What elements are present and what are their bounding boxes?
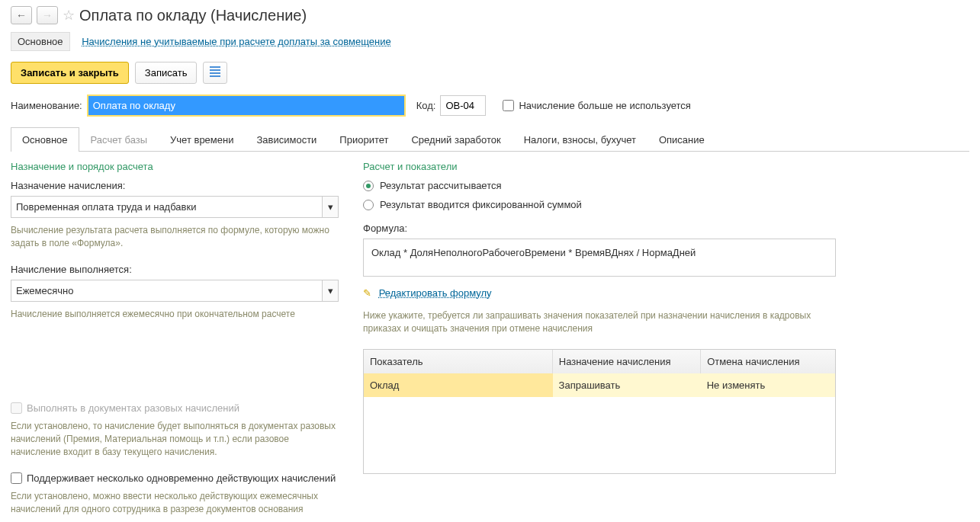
tab-avg[interactable]: Средний заработок — [400, 127, 512, 152]
name-label: Наименование: — [11, 100, 82, 111]
radio-fixed[interactable] — [363, 200, 374, 210]
dropdown-icon[interactable]: ▾ — [322, 280, 339, 302]
table-hint: Ниже укажите, требуется ли запрашивать з… — [363, 309, 836, 335]
exec-label: Начисление выполняется: — [11, 264, 339, 275]
name-input[interactable] — [87, 94, 406, 117]
tab-time[interactable]: Учет времени — [159, 127, 245, 152]
exec-hint: Начисление выполняется ежемесячно при ок… — [11, 308, 339, 321]
cell-cancel: Не изменять — [701, 373, 835, 397]
tab-priority[interactable]: Приоритет — [328, 127, 400, 152]
star-icon[interactable]: ☆ — [63, 7, 75, 24]
th-indicator: Показатель — [364, 350, 553, 373]
right-section-title: Расчет и показатели — [363, 161, 836, 172]
onetime-hint: Если установлено, то начисление будет вы… — [11, 420, 339, 458]
radio-calc-label: Результат рассчитывается — [380, 180, 502, 191]
onetime-label: Выполнять в документах разовых начислени… — [27, 402, 239, 414]
back-button[interactable]: ← — [11, 6, 32, 24]
not-used-label: Начисление больше не используется — [519, 100, 690, 111]
edit-formula-link[interactable]: Редактировать формулу — [379, 287, 492, 299]
pencil-icon: ✎ — [363, 287, 371, 299]
save-close-button[interactable]: Записать и закрыть — [11, 62, 129, 84]
page-title: Оплата по окладу (Начисление) — [79, 7, 307, 24]
tab-main[interactable]: Основное — [11, 127, 79, 152]
tab-base[interactable]: Расчет базы — [79, 127, 159, 152]
radio-fixed-label: Результат вводится фиксированной суммой — [380, 199, 582, 210]
code-label: Код: — [416, 100, 436, 111]
tab-desc[interactable]: Описание — [647, 127, 716, 152]
purpose-select[interactable]: Повременная оплата труда и надбавки — [11, 196, 322, 218]
dropdown-icon[interactable]: ▾ — [322, 196, 339, 218]
code-input[interactable] — [440, 95, 486, 116]
multi-checkbox[interactable] — [11, 472, 22, 484]
nav-main[interactable]: Основное — [11, 32, 70, 51]
formula-label: Формула: — [363, 223, 836, 234]
forward-button[interactable]: → — [37, 6, 58, 24]
tab-deps[interactable]: Зависимости — [245, 127, 328, 152]
list-button[interactable] — [203, 62, 227, 84]
th-assign: Назначение начисления — [553, 350, 702, 373]
purpose-label: Назначение начисления: — [11, 180, 339, 191]
formula-box: Оклад * ДоляНеполногоРабочегоВремени * В… — [363, 239, 836, 277]
th-cancel: Отмена начисления — [701, 350, 835, 373]
purpose-hint: Вычисление результата расчета выполняетс… — [11, 224, 339, 250]
cell-indicator: Оклад — [364, 373, 553, 397]
left-section-title: Назначение и порядок расчета — [11, 161, 339, 172]
multi-hint: Если установлено, можно ввести несколько… — [11, 490, 339, 516]
tab-taxes[interactable]: Налоги, взносы, бухучет — [512, 127, 647, 152]
exec-select[interactable]: Ежемесячно — [11, 280, 322, 302]
not-used-checkbox[interactable] — [503, 100, 514, 111]
cell-assign: Запрашивать — [553, 373, 701, 397]
indicators-table: Показатель Назначение начисления Отмена … — [363, 349, 836, 474]
save-button[interactable]: Записать — [135, 62, 198, 84]
table-row[interactable]: Оклад Запрашивать Не изменять — [364, 373, 835, 397]
nav-link-exclusions[interactable]: Начисления не учитываемые при расчете до… — [76, 33, 397, 50]
multi-label: Поддерживает несколько одновременно дейс… — [27, 472, 336, 484]
onetime-checkbox — [11, 402, 22, 414]
radio-calc[interactable] — [363, 181, 374, 191]
tab-bar: Основное Расчет базы Учет времени Зависи… — [11, 127, 969, 152]
